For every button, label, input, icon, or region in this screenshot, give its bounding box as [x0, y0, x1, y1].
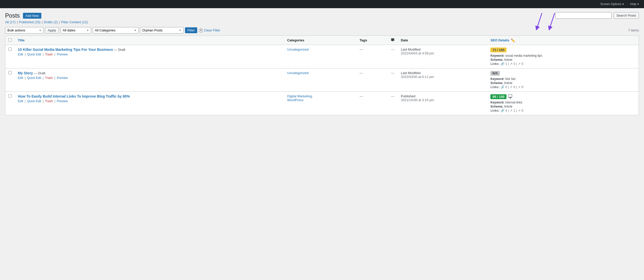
trash-link[interactable]: Trash	[45, 76, 53, 80]
preview-link[interactable]: Preview	[57, 53, 68, 56]
edit-link[interactable]: Edit	[18, 53, 23, 56]
comment-cell: —	[388, 45, 398, 68]
title-column-header: Title	[15, 36, 284, 45]
seo-links: Links: 🔗 0 | ↗ 0 | ↗ 0	[490, 85, 636, 89]
header-right: Search Posts	[555, 12, 639, 19]
add-new-button[interactable]: Add New	[23, 13, 42, 19]
date-column-header: Date	[398, 36, 487, 45]
date-cell: Published2021/10/30 at 3:15 pm	[398, 92, 487, 115]
posts-table: Title Categories Tags Date SEO Details ✏…	[5, 36, 639, 115]
table-row: How To Easily Build Internal Links To Im…	[5, 92, 639, 115]
search-posts-button[interactable]: Search Posts	[614, 12, 639, 19]
post-title-cell: 10 Killer Social Media Marketing Tips Fo…	[15, 45, 284, 68]
categories-select[interactable]: All Categories	[93, 27, 139, 33]
affiliate-link-icon: ↗	[518, 109, 521, 112]
quick-edit-link[interactable]: Quick Edit	[27, 53, 41, 56]
clear-filter-button[interactable]: ✕ Clear Filter	[199, 28, 220, 32]
categories-cell: Uncategorized	[284, 68, 357, 92]
published-posts-link[interactable]: Published (15)	[19, 20, 41, 24]
post-title: 10 Killer Social Media Marketing Tips Fo…	[18, 48, 281, 52]
seo-links: Links: 🔗 1 | ↗ 0 | ↗ 0	[490, 62, 636, 66]
help-button[interactable]: Help ▾	[628, 1, 641, 7]
seo-links: Links: 🔗 4 | ↗ 1 | ↗ 0	[490, 109, 636, 112]
date-cell: Last Modified2022/04/03 at 4:59 pm	[398, 45, 487, 68]
seo-score-badge: 71 / 100	[490, 48, 506, 52]
seo-cell: N/A Keyword: Not Set Schema: Article Lin…	[487, 68, 639, 92]
tags-cell: —	[356, 45, 388, 68]
row-actions: Edit | Quick Edit | Trash | Preview	[18, 53, 281, 56]
select-all-header	[5, 36, 15, 45]
preview-link[interactable]: Preview	[57, 99, 68, 103]
orphan-posts-wrapper: Orphan Posts	[140, 27, 183, 33]
external-link-icon: ↗	[510, 85, 512, 89]
pillar-icon	[509, 94, 512, 100]
seo-edit-icon[interactable]: ✏️	[511, 38, 515, 42]
title-sort-link[interactable]: Title	[18, 38, 25, 42]
post-title-cell: My Story — Draft Edit | Quick Edit | Tra…	[15, 68, 284, 92]
trash-link[interactable]: Trash	[45, 53, 53, 56]
seo-keyword-row: Keyword: Not Set	[490, 77, 636, 81]
trash-link[interactable]: Trash	[45, 99, 53, 103]
row-actions: Edit | Quick Edit | Trash | Preview	[18, 99, 281, 103]
row-checkbox[interactable]	[8, 71, 12, 74]
dates-select[interactable]: All dates	[60, 27, 91, 33]
preview-link[interactable]: Preview	[57, 76, 68, 80]
table-row: 10 Killer Social Media Marketing Tips Fo…	[5, 45, 639, 68]
post-title-link[interactable]: 10 Killer Social Media Marketing Tips Fo…	[18, 48, 113, 52]
categories-column-header: Categories	[284, 36, 357, 45]
row-checkbox[interactable]	[8, 94, 12, 98]
comment-cell: —	[388, 68, 398, 92]
row-checkbox[interactable]	[8, 48, 12, 51]
affiliate-link-icon: ↗	[518, 62, 521, 66]
dates-wrapper: All dates	[60, 27, 91, 33]
screen-options-button[interactable]: Screen Options ▾	[598, 1, 626, 7]
post-filter-nav: All (17) | Published (15) | Drafts (2) |…	[5, 20, 639, 24]
tags-cell: —	[356, 68, 388, 92]
category-link[interactable]: Uncategorized	[287, 71, 309, 75]
categories-cell: Uncategorized	[284, 45, 357, 68]
seo-cell: 71 / 100 Keyword: social media marketing…	[487, 45, 639, 68]
affiliate-link-icon: ↗	[518, 85, 521, 89]
quick-edit-link[interactable]: Quick Edit	[27, 76, 41, 80]
filter-button[interactable]: Filter	[185, 27, 197, 33]
chevron-down-icon: ▾	[622, 2, 624, 6]
edit-link[interactable]: Edit	[18, 99, 23, 103]
category-link[interactable]: Digital Marketing	[287, 94, 312, 98]
external-link-icon: ↗	[510, 62, 512, 66]
pillar-content-link[interactable]: Pillar Content (12)	[61, 20, 88, 24]
edit-link[interactable]: Edit	[18, 76, 23, 80]
seo-schema-row: Schema: Article	[490, 81, 636, 85]
post-title-link[interactable]: How To Easily Build Internal Links To Im…	[18, 94, 130, 98]
chevron-down-icon: ▾	[637, 2, 639, 6]
categories-cell: Digital Marketing,WordPress	[284, 92, 357, 115]
seo-schema-row: Schema: Article	[490, 105, 636, 108]
post-title-link[interactable]: My Story	[18, 71, 33, 75]
drafts-posts-link[interactable]: Drafts (2)	[44, 20, 58, 24]
select-all-checkbox[interactable]	[8, 38, 12, 42]
category-link[interactable]: WordPress	[287, 98, 304, 102]
posts-table-wrapper: Title Categories Tags Date SEO Details ✏…	[5, 36, 639, 115]
table-row: My Story — Draft Edit | Quick Edit | Tra…	[5, 68, 639, 92]
quick-edit-link[interactable]: Quick Edit	[27, 99, 41, 103]
screen-options-label: Screen Options	[600, 2, 622, 6]
apply-button[interactable]: Apply	[45, 27, 59, 33]
filter-row: Bulk actions Apply All dates All Categor…	[5, 27, 639, 33]
page-wrapper: Posts Add New Search Posts All (17) | Pu…	[0, 8, 644, 120]
seo-score-badge: N/A	[490, 71, 500, 76]
post-title: How To Easily Build Internal Links To Im…	[18, 94, 281, 98]
page-header: Posts Add New Search Posts	[5, 12, 639, 19]
clear-filter-icon: ✕	[199, 28, 203, 32]
bulk-actions-select[interactable]: Bulk actions	[5, 27, 43, 33]
all-posts-link[interactable]: All (17)	[5, 20, 16, 24]
category-link[interactable]: Uncategorized	[287, 48, 309, 51]
comment-cell: —	[388, 92, 398, 115]
seo-cell: 95 / 100 Keyword: internal links Schema:…	[487, 92, 639, 115]
tags-column-header: Tags	[356, 36, 388, 45]
page-title: Posts	[5, 12, 20, 19]
orphan-posts-select[interactable]: Orphan Posts	[140, 27, 183, 33]
header-left: Posts Add New	[5, 12, 41, 19]
search-input[interactable]	[555, 12, 612, 19]
post-title: My Story — Draft	[18, 71, 281, 75]
seo-score-badge: 95 / 100	[490, 94, 506, 99]
seo-keyword-row: Keyword: internal links	[490, 101, 636, 104]
